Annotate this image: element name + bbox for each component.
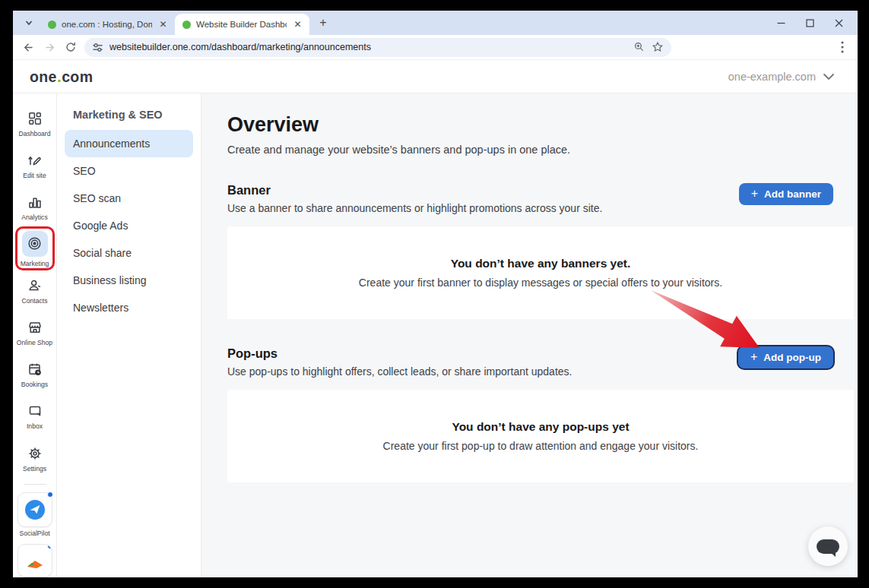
one-com-favicon-icon bbox=[48, 21, 56, 29]
sidebar-item-bookings[interactable]: Bookings bbox=[13, 354, 57, 396]
kebab-menu-icon bbox=[841, 41, 844, 53]
forward-arrow-icon bbox=[43, 41, 56, 54]
banner-section-description: Use a banner to share announcements or h… bbox=[227, 202, 602, 214]
menu-item-seo[interactable]: SEO bbox=[65, 157, 193, 185]
tab-title: one.com : Hosting, Domain, Em bbox=[62, 20, 152, 29]
popups-section-description: Use pop-ups to highlight offers, collect… bbox=[227, 365, 572, 378]
sidebar-app-partial[interactable] bbox=[17, 544, 52, 577]
socialpilot-icon bbox=[24, 499, 46, 520]
storefront-icon bbox=[27, 319, 43, 336]
reload-button[interactable] bbox=[60, 36, 81, 58]
page-title: Overview bbox=[227, 113, 858, 137]
banner-empty-state: You don’t have any banners yet. Create y… bbox=[227, 226, 854, 319]
browser-toolbar: websitebuilder.one.com/dashboard/marketi… bbox=[13, 35, 858, 60]
notification-dot bbox=[47, 492, 53, 498]
sidebar-item-marketing[interactable]: Marketing bbox=[13, 228, 57, 270]
site-selector-dropdown[interactable]: one-example.com bbox=[728, 71, 835, 83]
edit-pencil-icon bbox=[27, 152, 43, 169]
sidebar-item-inbox[interactable]: Inbox bbox=[13, 396, 57, 438]
sidebar-item-settings[interactable]: Settings bbox=[13, 438, 57, 479]
analytics-bars-icon bbox=[27, 194, 43, 210]
add-popup-button[interactable]: + Add pop-up bbox=[738, 346, 833, 368]
close-button[interactable] bbox=[824, 12, 853, 33]
icon-sidebar: Dashboard Edit site Analytics Marketing bbox=[13, 93, 57, 577]
popup-empty-description: Create your first pop-up to draw attenti… bbox=[383, 440, 699, 452]
zoom-icon[interactable] bbox=[633, 41, 645, 53]
one-com-favicon-icon bbox=[182, 21, 191, 29]
popup-empty-state: You don’t have any pop-ups yet Create yo… bbox=[227, 390, 854, 482]
menu-header: Marketing & SEO bbox=[65, 106, 193, 130]
sidebar-divider bbox=[24, 484, 46, 485]
page-subtitle: Create and manage your website’s banners… bbox=[227, 144, 858, 156]
menu-item-business-listing[interactable]: Business listing bbox=[65, 267, 193, 294]
chat-bubble-icon bbox=[817, 539, 839, 554]
add-banner-button[interactable]: + Add banner bbox=[739, 183, 833, 205]
tab-close-icon[interactable]: ✕ bbox=[292, 19, 303, 30]
chevron-down-icon bbox=[823, 73, 835, 81]
tab-search-button[interactable] bbox=[19, 13, 39, 33]
sidebar-item-online-shop[interactable]: Online Shop bbox=[13, 312, 57, 354]
address-bar[interactable]: websitebuilder.one.com/dashboard/marketi… bbox=[84, 38, 671, 57]
chat-message-icon bbox=[27, 403, 43, 419]
gear-icon bbox=[27, 445, 43, 462]
bookmark-star-icon[interactable] bbox=[652, 41, 664, 53]
banner-empty-title: You don’t have any banners yet. bbox=[451, 257, 631, 270]
back-arrow-icon bbox=[22, 41, 35, 54]
chevron-down-icon bbox=[24, 18, 33, 27]
popups-section: Pop-ups Use pop-ups to highlight offers,… bbox=[227, 346, 858, 482]
sidebar-item-dashboard[interactable]: Dashboard bbox=[13, 103, 57, 144]
sidebar-item-contacts[interactable]: Contacts bbox=[13, 270, 57, 312]
tab-website-builder[interactable]: Website Builder Dashboard ✕ bbox=[175, 14, 309, 35]
maximize-button[interactable] bbox=[795, 12, 824, 33]
notification-dot bbox=[47, 544, 52, 549]
sidebar-item-edit-site[interactable]: Edit site bbox=[13, 144, 57, 186]
site-domain-label: one-example.com bbox=[728, 71, 816, 83]
reload-icon bbox=[65, 41, 77, 53]
forward-button[interactable] bbox=[39, 36, 60, 58]
menu-item-social-share[interactable]: Social share bbox=[65, 239, 193, 267]
menu-item-google-ads[interactable]: Google Ads bbox=[65, 212, 193, 239]
back-button[interactable] bbox=[17, 36, 39, 58]
app-header: one.com one-example.com bbox=[13, 60, 858, 93]
contacts-person-icon bbox=[27, 277, 43, 294]
calendar-clock-icon bbox=[27, 361, 43, 378]
tab-close-icon[interactable]: ✕ bbox=[157, 19, 169, 30]
url-text[interactable]: websitebuilder.one.com/dashboard/marketi… bbox=[109, 42, 627, 52]
menu-item-seo-scan[interactable]: SEO scan bbox=[65, 185, 193, 212]
popups-section-title: Pop-ups bbox=[227, 346, 572, 361]
tab-strip: one.com : Hosting, Domain, Em ✕ Website … bbox=[13, 11, 858, 35]
banner-section: Banner Use a banner to share announcemen… bbox=[227, 183, 858, 319]
new-tab-button[interactable]: + bbox=[314, 14, 332, 32]
one-com-logo: one.com bbox=[30, 68, 93, 86]
browser-window: one.com : Hosting, Domain, Em ✕ Website … bbox=[13, 11, 858, 577]
menu-sidebar: Marketing & SEO Announcements SEO SEO sc… bbox=[57, 93, 201, 577]
plus-icon: + bbox=[751, 188, 758, 200]
popup-empty-title: You don’t have any pop-ups yet bbox=[452, 420, 629, 434]
tab-one-com-site[interactable]: one.com : Hosting, Domain, Em ✕ bbox=[40, 14, 175, 35]
browser-menu-button[interactable] bbox=[833, 38, 852, 56]
dashboard-grid-icon bbox=[27, 110, 43, 127]
menu-item-newsletters[interactable]: Newsletters bbox=[65, 294, 193, 321]
main-content: Overview Create and manage your website’… bbox=[201, 93, 858, 577]
window-controls bbox=[766, 12, 858, 33]
site-info-icon[interactable] bbox=[92, 42, 103, 53]
banner-section-title: Banner bbox=[227, 183, 602, 198]
marketing-target-icon bbox=[22, 231, 48, 257]
annotation-arrow bbox=[201, 93, 856, 577]
banner-empty-description: Create your first banner to display mess… bbox=[359, 277, 722, 289]
chat-widget-button[interactable] bbox=[808, 526, 848, 566]
plus-icon: + bbox=[750, 351, 757, 363]
sidebar-item-analytics[interactable]: Analytics bbox=[13, 186, 57, 228]
minimize-button[interactable] bbox=[766, 12, 795, 33]
tab-title: Website Builder Dashboard bbox=[196, 20, 287, 29]
partial-app-icon bbox=[24, 550, 46, 571]
menu-item-announcements[interactable]: Announcements bbox=[65, 130, 193, 157]
sidebar-app-socialpilot[interactable]: SocialPilot bbox=[17, 492, 52, 537]
